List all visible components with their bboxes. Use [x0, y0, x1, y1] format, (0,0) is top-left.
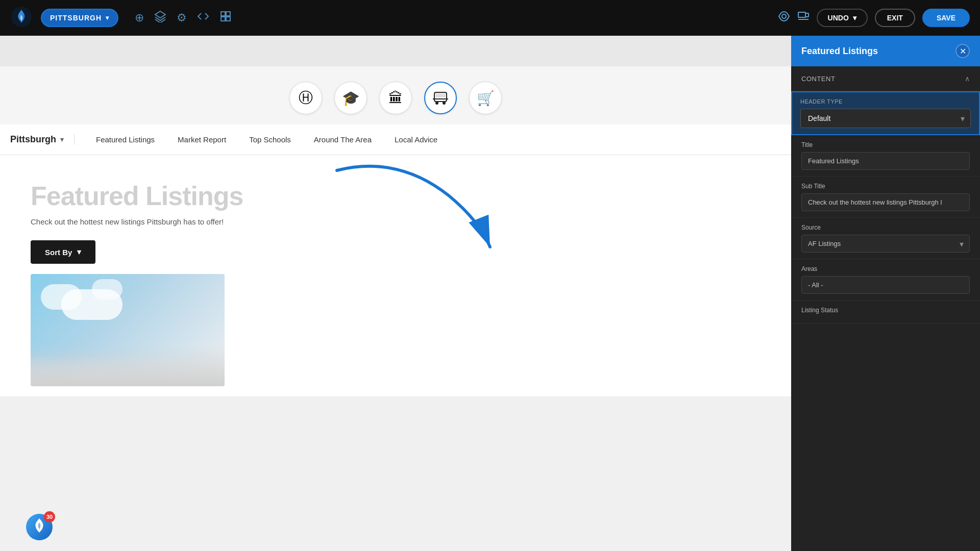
svg-rect-8	[805, 13, 808, 17]
nav-brand-chevron-icon: ▾	[60, 136, 64, 143]
svg-rect-4	[221, 17, 225, 21]
icons-row: Ⓗ 🎓 🏛 🛒	[0, 66, 791, 124]
preview-icon[interactable]	[778, 10, 790, 26]
page-top-strip	[0, 36, 791, 66]
source-select[interactable]: AF Listings MLS Listings Custom	[801, 235, 970, 253]
nav-brand-label: Pittsburgh	[10, 134, 56, 145]
layers-icon[interactable]	[154, 10, 166, 26]
areas-field-group: Areas	[791, 259, 980, 300]
topbar-right: UNDO ▾ EXIT SAVE	[778, 9, 970, 27]
svg-marker-1	[155, 11, 165, 18]
listing-status-field-group: Listing Status	[791, 300, 980, 324]
subtitle-label: Sub Title	[801, 183, 970, 190]
source-field-group: Source AF Listings MLS Listings Custom	[791, 218, 980, 259]
title-field-group: Title	[791, 135, 980, 177]
listing-image	[31, 274, 225, 386]
svg-rect-3	[226, 12, 230, 16]
svg-rect-5	[226, 17, 230, 21]
notification-count: 30	[44, 511, 55, 522]
nav-bar: Pittsburgh ▾ Featured Listings Market Re…	[0, 124, 791, 155]
right-panel: Featured Listings ✕ Content ∧ Header Typ…	[791, 36, 980, 551]
svg-rect-7	[798, 12, 805, 17]
annotation-area: Featured Listings Check out the hottest …	[0, 155, 791, 396]
panel-header: Featured Listings ✕	[791, 36, 980, 66]
nav-items: Featured Listings Market Report Top Scho…	[85, 124, 449, 155]
topbar-icons: ⊕ ⚙	[135, 10, 232, 26]
content-section-title: Content	[801, 75, 835, 83]
save-button[interactable]: SAVE	[922, 9, 970, 27]
svg-point-13	[443, 102, 446, 105]
sort-chevron-icon: ▾	[77, 247, 81, 257]
undo-button[interactable]: UNDO ▾	[817, 9, 868, 27]
subtitle-input[interactable]	[801, 193, 970, 211]
exit-button[interactable]: EXIT	[875, 9, 915, 27]
header-type-section: Header Type Default Custom None	[791, 91, 980, 135]
main-area: Ⓗ 🎓 🏛 🛒 Pittsburgh ▾	[0, 36, 980, 551]
panel-title: Featured Listings	[801, 46, 878, 57]
featured-section-title: Featured Listings	[31, 181, 761, 211]
featured-section: Featured Listings Check out the hottest …	[0, 155, 791, 396]
settings-icon[interactable]: ⚙	[177, 11, 187, 24]
header-type-label: Header Type	[800, 98, 971, 105]
listing-status-label: Listing Status	[801, 307, 970, 314]
sort-by-button[interactable]: Sort By ▾	[31, 240, 95, 264]
undo-chevron-icon: ▾	[853, 14, 856, 22]
title-input[interactable]	[801, 152, 970, 170]
panel-body: Content ∧ Header Type Default Custom Non…	[791, 66, 980, 551]
svg-rect-2	[221, 12, 225, 16]
undo-label: UNDO	[828, 14, 849, 22]
areas-input[interactable]	[801, 276, 970, 294]
city-chevron-icon: ▾	[106, 14, 109, 21]
device-icon[interactable]	[797, 10, 810, 26]
notification-button[interactable]: 30	[26, 513, 53, 541]
city-label: PITTSBURGH	[50, 14, 102, 22]
source-label: Source	[801, 224, 970, 231]
nav-item-featured-listings[interactable]: Featured Listings	[85, 124, 166, 155]
nav-item-top-schools[interactable]: Top Schools	[238, 124, 303, 155]
hotel-category-icon[interactable]: Ⓗ	[289, 82, 322, 114]
topbar: PITTSBURGH ▾ ⊕ ⚙	[0, 0, 980, 36]
title-label: Title	[801, 141, 970, 148]
content-section: Content ∧	[791, 66, 980, 91]
svg-point-6	[782, 14, 786, 18]
nav-item-local-advice[interactable]: Local Advice	[383, 124, 449, 155]
listing-image-area	[31, 274, 761, 386]
content-section-header[interactable]: Content ∧	[801, 74, 970, 83]
header-type-select[interactable]: Default Custom None	[800, 109, 971, 128]
panel-close-button[interactable]: ✕	[955, 44, 970, 58]
areas-label: Areas	[801, 265, 970, 272]
content-chevron-icon: ∧	[965, 74, 970, 83]
logo	[10, 6, 33, 30]
featured-section-subtitle: Check out the hottest new listings Pitts…	[31, 217, 761, 226]
page-content: Ⓗ 🎓 🏛 🛒 Pittsburgh ▾	[0, 36, 791, 551]
monument-category-icon[interactable]: 🏛	[379, 82, 412, 114]
education-category-icon[interactable]: 🎓	[334, 82, 367, 114]
widget-icon[interactable]	[219, 10, 232, 26]
nav-brand[interactable]: Pittsburgh ▾	[10, 134, 75, 145]
nav-item-market-report[interactable]: Market Report	[166, 124, 238, 155]
shopping-category-icon[interactable]: 🛒	[469, 82, 502, 114]
notification-wrapper: 30	[26, 513, 53, 541]
transport-category-icon[interactable]	[424, 82, 457, 114]
svg-point-12	[435, 102, 438, 105]
add-icon[interactable]: ⊕	[135, 11, 144, 24]
svg-rect-11	[435, 93, 446, 97]
source-select-wrapper: AF Listings MLS Listings Custom	[801, 235, 970, 253]
nav-item-around-the-area[interactable]: Around The Area	[303, 124, 383, 155]
subtitle-field-group: Sub Title	[791, 177, 980, 218]
code-icon[interactable]	[197, 10, 209, 26]
header-type-select-wrapper: Default Custom None	[800, 109, 971, 128]
city-selector[interactable]: PITTSBURGH ▾	[41, 9, 118, 27]
